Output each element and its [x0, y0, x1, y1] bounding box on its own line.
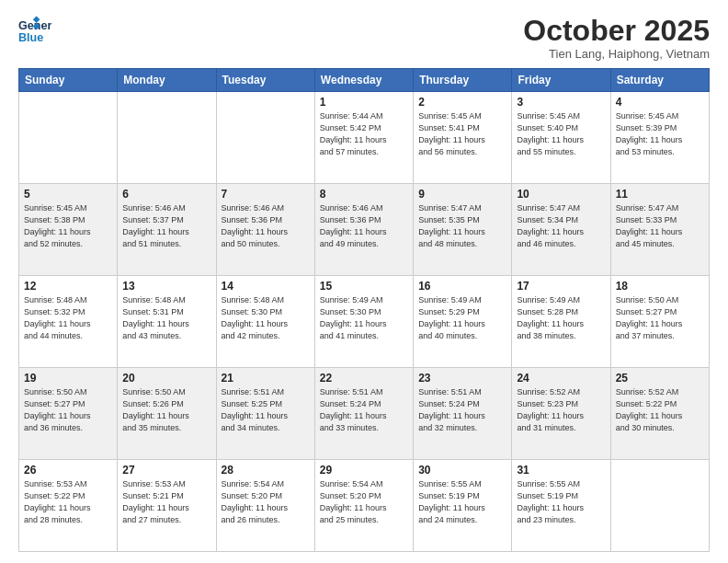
calendar-cell: 12Sunrise: 5:48 AM Sunset: 5:32 PM Dayli…	[19, 276, 118, 368]
calendar-cell: 16Sunrise: 5:49 AM Sunset: 5:29 PM Dayli…	[414, 276, 512, 368]
day-info: Sunrise: 5:55 AM Sunset: 5:19 PM Dayligh…	[517, 478, 605, 526]
day-info: Sunrise: 5:47 AM Sunset: 5:34 PM Dayligh…	[517, 202, 605, 250]
day-number: 8	[320, 188, 408, 201]
day-number: 14	[222, 280, 310, 293]
calendar-cell: 17Sunrise: 5:49 AM Sunset: 5:28 PM Dayli…	[512, 276, 610, 368]
day-info: Sunrise: 5:44 AM Sunset: 5:42 PM Dayligh…	[320, 110, 408, 158]
day-info: Sunrise: 5:49 AM Sunset: 5:29 PM Dayligh…	[418, 294, 506, 342]
calendar-cell: 21Sunrise: 5:51 AM Sunset: 5:25 PM Dayli…	[216, 368, 314, 460]
day-number: 17	[517, 280, 605, 293]
calendar-cell: 22Sunrise: 5:51 AM Sunset: 5:24 PM Dayli…	[314, 368, 413, 460]
weekday-header-friday: Friday	[512, 69, 610, 92]
day-number: 9	[418, 188, 506, 201]
day-info: Sunrise: 5:45 AM Sunset: 5:38 PM Dayligh…	[24, 202, 112, 250]
day-number: 21	[222, 372, 310, 385]
day-number: 4	[616, 96, 704, 109]
day-number: 30	[418, 464, 506, 477]
day-info: Sunrise: 5:52 AM Sunset: 5:23 PM Dayligh…	[517, 386, 605, 434]
calendar-cell: 6Sunrise: 5:46 AM Sunset: 5:37 PM Daylig…	[118, 184, 216, 276]
calendar-cell: 18Sunrise: 5:50 AM Sunset: 5:27 PM Dayli…	[610, 276, 709, 368]
logo-icon: General Blue	[18, 15, 51, 48]
day-number: 1	[320, 96, 408, 109]
day-number: 28	[222, 464, 310, 477]
week-row-3: 12Sunrise: 5:48 AM Sunset: 5:32 PM Dayli…	[19, 276, 710, 368]
calendar-cell: 24Sunrise: 5:52 AM Sunset: 5:23 PM Dayli…	[512, 368, 610, 460]
week-row-1: 1Sunrise: 5:44 AM Sunset: 5:42 PM Daylig…	[19, 92, 710, 184]
day-info: Sunrise: 5:53 AM Sunset: 5:21 PM Dayligh…	[122, 478, 210, 526]
day-number: 11	[616, 188, 704, 201]
calendar-cell	[610, 460, 709, 552]
day-info: Sunrise: 5:51 AM Sunset: 5:24 PM Dayligh…	[418, 386, 506, 434]
calendar-cell: 8Sunrise: 5:46 AM Sunset: 5:36 PM Daylig…	[314, 184, 413, 276]
day-number: 15	[320, 280, 408, 293]
page: General Blue October 2025 Tien Lang, Hai…	[0, 0, 728, 563]
day-number: 22	[320, 372, 408, 385]
day-info: Sunrise: 5:49 AM Sunset: 5:30 PM Dayligh…	[320, 294, 408, 342]
calendar-cell: 10Sunrise: 5:47 AM Sunset: 5:34 PM Dayli…	[512, 184, 610, 276]
day-info: Sunrise: 5:45 AM Sunset: 5:39 PM Dayligh…	[616, 110, 704, 158]
day-number: 26	[24, 464, 112, 477]
calendar-cell: 31Sunrise: 5:55 AM Sunset: 5:19 PM Dayli…	[512, 460, 610, 552]
calendar-cell: 7Sunrise: 5:46 AM Sunset: 5:36 PM Daylig…	[216, 184, 314, 276]
week-row-2: 5Sunrise: 5:45 AM Sunset: 5:38 PM Daylig…	[19, 184, 710, 276]
calendar-cell	[19, 92, 118, 184]
calendar-cell: 27Sunrise: 5:53 AM Sunset: 5:21 PM Dayli…	[118, 460, 216, 552]
calendar-cell: 23Sunrise: 5:51 AM Sunset: 5:24 PM Dayli…	[414, 368, 512, 460]
day-number: 13	[122, 280, 210, 293]
calendar-cell: 13Sunrise: 5:48 AM Sunset: 5:31 PM Dayli…	[118, 276, 216, 368]
calendar-cell: 1Sunrise: 5:44 AM Sunset: 5:42 PM Daylig…	[314, 92, 413, 184]
calendar-cell: 28Sunrise: 5:54 AM Sunset: 5:20 PM Dayli…	[216, 460, 314, 552]
calendar-cell: 4Sunrise: 5:45 AM Sunset: 5:39 PM Daylig…	[610, 92, 709, 184]
day-info: Sunrise: 5:53 AM Sunset: 5:22 PM Dayligh…	[24, 478, 112, 526]
day-number: 23	[418, 372, 506, 385]
weekday-header-thursday: Thursday	[414, 69, 512, 92]
day-info: Sunrise: 5:49 AM Sunset: 5:28 PM Dayligh…	[517, 294, 605, 342]
day-number: 16	[418, 280, 506, 293]
weekday-header-wednesday: Wednesday	[314, 69, 413, 92]
day-info: Sunrise: 5:45 AM Sunset: 5:41 PM Dayligh…	[418, 110, 506, 158]
calendar-cell: 30Sunrise: 5:55 AM Sunset: 5:19 PM Dayli…	[414, 460, 512, 552]
day-info: Sunrise: 5:46 AM Sunset: 5:37 PM Dayligh…	[122, 202, 210, 250]
header: General Blue October 2025 Tien Lang, Hai…	[18, 15, 710, 61]
location: Tien Lang, Haiphong, Vietnam	[523, 47, 710, 61]
day-info: Sunrise: 5:46 AM Sunset: 5:36 PM Dayligh…	[320, 202, 408, 250]
calendar-cell: 14Sunrise: 5:48 AM Sunset: 5:30 PM Dayli…	[216, 276, 314, 368]
day-info: Sunrise: 5:48 AM Sunset: 5:31 PM Dayligh…	[122, 294, 210, 342]
day-number: 6	[122, 188, 210, 201]
day-info: Sunrise: 5:52 AM Sunset: 5:22 PM Dayligh…	[616, 386, 704, 434]
svg-text:Blue: Blue	[18, 31, 43, 44]
day-info: Sunrise: 5:54 AM Sunset: 5:20 PM Dayligh…	[320, 478, 408, 526]
title-section: October 2025 Tien Lang, Haiphong, Vietna…	[523, 15, 710, 61]
logo: General Blue	[18, 15, 51, 48]
calendar-cell: 9Sunrise: 5:47 AM Sunset: 5:35 PM Daylig…	[414, 184, 512, 276]
day-info: Sunrise: 5:51 AM Sunset: 5:24 PM Dayligh…	[320, 386, 408, 434]
calendar-cell: 19Sunrise: 5:50 AM Sunset: 5:27 PM Dayli…	[19, 368, 118, 460]
calendar-cell: 5Sunrise: 5:45 AM Sunset: 5:38 PM Daylig…	[19, 184, 118, 276]
day-number: 10	[517, 188, 605, 201]
calendar-cell: 20Sunrise: 5:50 AM Sunset: 5:26 PM Dayli…	[118, 368, 216, 460]
day-info: Sunrise: 5:47 AM Sunset: 5:35 PM Dayligh…	[418, 202, 506, 250]
day-number: 19	[24, 372, 112, 385]
weekday-header-sunday: Sunday	[19, 69, 118, 92]
day-info: Sunrise: 5:54 AM Sunset: 5:20 PM Dayligh…	[222, 478, 310, 526]
calendar-cell: 15Sunrise: 5:49 AM Sunset: 5:30 PM Dayli…	[314, 276, 413, 368]
calendar-cell: 26Sunrise: 5:53 AM Sunset: 5:22 PM Dayli…	[19, 460, 118, 552]
day-info: Sunrise: 5:45 AM Sunset: 5:40 PM Dayligh…	[517, 110, 605, 158]
day-number: 7	[222, 188, 310, 201]
calendar-cell	[118, 92, 216, 184]
weekday-header-tuesday: Tuesday	[216, 69, 314, 92]
day-number: 12	[24, 280, 112, 293]
day-info: Sunrise: 5:55 AM Sunset: 5:19 PM Dayligh…	[418, 478, 506, 526]
month-title: October 2025	[523, 15, 710, 47]
day-number: 24	[517, 372, 605, 385]
week-row-4: 19Sunrise: 5:50 AM Sunset: 5:27 PM Dayli…	[19, 368, 710, 460]
day-number: 25	[616, 372, 704, 385]
day-number: 3	[517, 96, 605, 109]
day-info: Sunrise: 5:51 AM Sunset: 5:25 PM Dayligh…	[222, 386, 310, 434]
week-row-5: 26Sunrise: 5:53 AM Sunset: 5:22 PM Dayli…	[19, 460, 710, 552]
day-info: Sunrise: 5:47 AM Sunset: 5:33 PM Dayligh…	[616, 202, 704, 250]
day-number: 20	[122, 372, 210, 385]
day-info: Sunrise: 5:48 AM Sunset: 5:32 PM Dayligh…	[24, 294, 112, 342]
calendar-table: SundayMondayTuesdayWednesdayThursdayFrid…	[18, 68, 710, 552]
day-number: 27	[122, 464, 210, 477]
